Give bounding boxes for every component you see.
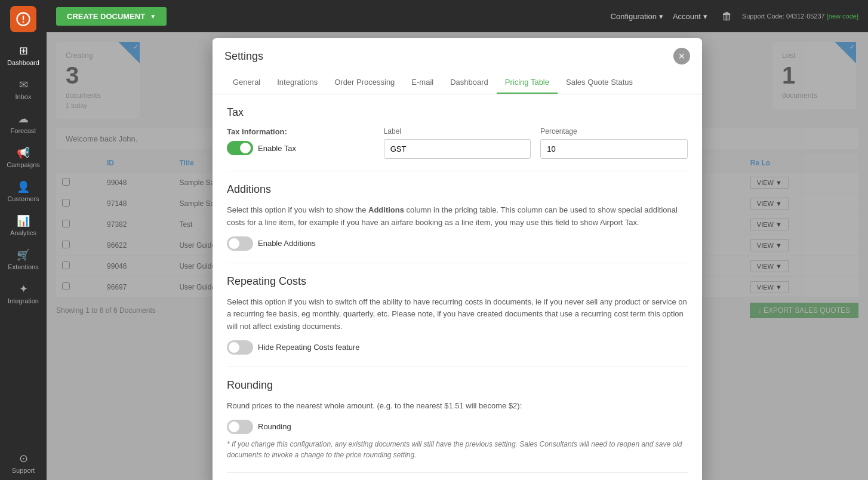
rounding-description: Round prices to the nearest whole amount… — [227, 400, 688, 413]
modal-body: Tax Tax Information: Enable Tax — [213, 94, 702, 480]
support-icon: ⊙ — [19, 452, 28, 465]
modal-tabs: General Integrations Order Processing E-… — [213, 72, 702, 94]
rounding-toggle[interactable] — [227, 420, 253, 434]
enable-additions-row: Enable Additions — [227, 236, 688, 251]
hide-repeating-costs-label: Hide Repeating Costs feature — [258, 343, 360, 352]
customers-icon: 👤 — [17, 180, 30, 193]
app-logo[interactable] — [10, 6, 36, 32]
rounding-section-title: Rounding — [227, 379, 688, 392]
tax-label-input[interactable] — [384, 139, 531, 159]
chevron-down-icon: ▾ — [703, 12, 707, 21]
tab-pricing-table[interactable]: Pricing Table — [497, 72, 558, 94]
repeating-costs-section-title: Repeating Costs — [227, 275, 688, 288]
tax-percentage-input[interactable] — [540, 139, 688, 159]
tax-section-title: Tax — [227, 106, 688, 119]
tax-percentage-col: Percentage — [540, 127, 688, 159]
sidebar-item-campaigns[interactable]: 📢 Campaigns — [0, 140, 47, 174]
additions-description: Select this option if you wish to show t… — [227, 204, 688, 229]
settings-modal: Settings ✕ General Integrations Order Pr… — [213, 38, 702, 480]
tab-dashboard[interactable]: Dashboard — [442, 72, 497, 94]
tax-info-col: Tax Information: Enable Tax — [227, 127, 374, 155]
tab-general[interactable]: General — [224, 72, 269, 94]
tab-sales-quote-status[interactable]: Sales Quote Status — [558, 72, 641, 94]
campaigns-icon: 📢 — [17, 146, 30, 159]
rounding-label: Rounding — [258, 422, 291, 431]
sidebar-item-inbox[interactable]: ✉ Inbox — [0, 72, 47, 106]
rounding-note: * If you change this configuration, any … — [227, 439, 688, 460]
create-document-button[interactable]: CREATE DOCUMENT ▼ — [56, 7, 167, 26]
tax-info-label: Tax Information: — [227, 127, 374, 136]
tax-label-col: Label — [384, 127, 531, 159]
trash-icon[interactable]: 🗑 — [722, 10, 732, 23]
support-code: Support Code: 04312-05237 [new code] — [742, 13, 858, 20]
tab-email[interactable]: E-mail — [403, 72, 442, 94]
top-bar: CREATE DOCUMENT ▼ Configuration ▾ Accoun… — [47, 0, 868, 32]
content-area: ✓ Creating 3 documents 1 today ✓ Lost 1 … — [47, 32, 868, 480]
sidebar-item-support[interactable]: ⊙ Support — [0, 446, 47, 480]
modal-header: Settings ✕ — [213, 38, 702, 64]
percentage-field-label: Percentage — [540, 127, 688, 136]
dropdown-arrow-icon: ▼ — [150, 13, 156, 20]
tax-grid: Tax Information: Enable Tax — [227, 127, 688, 159]
sidebar-item-analytics[interactable]: 📊 Analytics — [0, 208, 47, 242]
configuration-nav[interactable]: Configuration ▾ — [611, 12, 663, 21]
sidebar-item-extentions[interactable]: 🛒 Extentions — [0, 242, 47, 276]
new-code-link[interactable]: [new code] — [827, 13, 858, 20]
tab-order-processing[interactable]: Order Processing — [326, 72, 403, 94]
close-button[interactable]: ✕ — [673, 48, 690, 64]
extentions-icon: 🛒 — [17, 248, 30, 261]
sidebar-item-integration[interactable]: ✦ Integration — [0, 276, 47, 310]
dashboard-icon: ⊞ — [19, 44, 28, 57]
chevron-down-icon: ▾ — [659, 12, 663, 21]
sidebar-item-forecast[interactable]: ☁ Forecast — [0, 106, 47, 140]
enable-additions-toggle[interactable] — [227, 236, 253, 251]
forecast-icon: ☁ — [18, 112, 29, 125]
enable-tax-toggle[interactable] — [227, 141, 253, 155]
modal-overlay: Settings ✕ General Integrations Order Pr… — [47, 32, 868, 480]
account-nav[interactable]: Account ▾ — [673, 12, 707, 21]
hide-repeating-costs-toggle[interactable] — [227, 340, 253, 355]
modal-title: Settings — [224, 50, 263, 63]
hide-repeating-costs-row: Hide Repeating Costs feature — [227, 340, 688, 355]
rounding-toggle-row: Rounding — [227, 420, 688, 434]
enable-tax-row: Enable Tax — [227, 141, 374, 155]
inbox-icon: ✉ — [19, 78, 28, 91]
label-field-label: Label — [384, 127, 531, 136]
sidebar-item-customers[interactable]: 👤 Customers — [0, 174, 47, 208]
additions-section-title: Additions — [227, 183, 688, 196]
repeating-costs-description: Select this option if you wish to switch… — [227, 296, 688, 333]
analytics-icon: 📊 — [17, 214, 30, 227]
sidebar-item-dashboard[interactable]: ⊞ Dashboard — [0, 38, 47, 72]
main-area: CREATE DOCUMENT ▼ Configuration ▾ Accoun… — [47, 0, 868, 480]
enable-tax-label: Enable Tax — [258, 144, 296, 153]
enable-additions-label: Enable Additions — [258, 239, 316, 248]
integration-icon: ✦ — [19, 282, 28, 296]
tab-integrations[interactable]: Integrations — [269, 72, 326, 94]
sidebar: ⊞ Dashboard ✉ Inbox ☁ Forecast 📢 Campaig… — [0, 0, 47, 480]
